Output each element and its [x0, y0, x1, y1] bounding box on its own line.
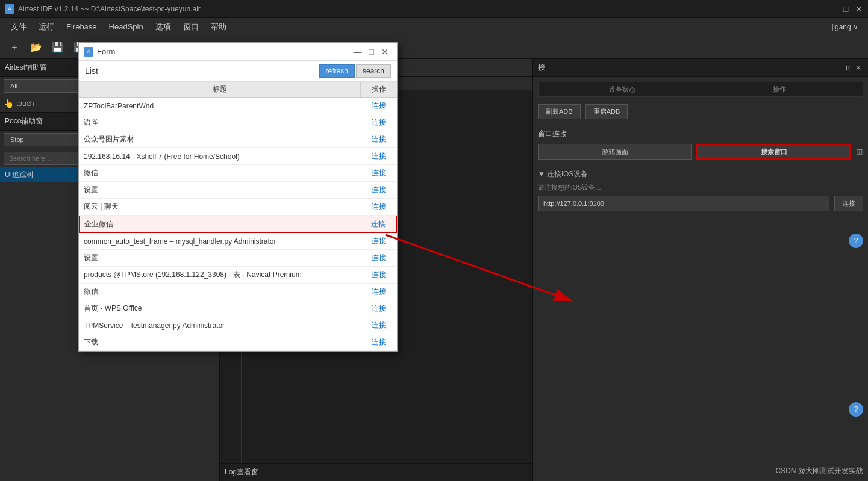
- menu-file[interactable]: 文件: [5, 19, 33, 35]
- modal-refresh-button[interactable]: refresh: [319, 64, 355, 78]
- modal-cell-title-5: 设置: [79, 182, 361, 198]
- modal-cell-action-14[interactable]: 连接: [361, 334, 397, 350]
- modal-cell-action-11[interactable]: 连接: [361, 284, 397, 300]
- help-button-ios[interactable]: ?: [849, 402, 863, 417]
- col-device-status: 设备状态: [543, 85, 701, 94]
- game-screen-button[interactable]: 游戏画面: [538, 144, 692, 160]
- watermark: CSDN @大刚测试开发实战: [775, 466, 863, 476]
- new-button[interactable]: +: [7, 40, 22, 55]
- menu-bar: 文件 运行 Firebase HeadSpin 选项 窗口 帮助 jigang …: [0, 18, 868, 36]
- modal-cell-action-8[interactable]: 连接: [361, 233, 397, 249]
- user-info[interactable]: jigang ∨: [832, 23, 863, 31]
- app-icon: A: [5, 4, 14, 14]
- close-button[interactable]: ✕: [855, 5, 863, 13]
- right-panel: 接 ⊡ ✕ 设备状态 操作 刷新ADB 重启ADB 窗口连接 游戏画面 搜索窗口: [533, 59, 868, 481]
- right-panel-expand[interactable]: ⊡: [844, 63, 854, 73]
- modal-header: List refresh search: [79, 61, 397, 82]
- device-section: 设备状态 操作: [538, 82, 863, 97]
- modal-row-12: 首页 - WPS Office 连接: [79, 300, 397, 317]
- menu-run[interactable]: 运行: [33, 19, 60, 35]
- modal-cell-title-12: 首页 - WPS Office: [79, 300, 361, 317]
- device-table-header: 设备状态 操作: [538, 82, 863, 97]
- modal-cell-action-12[interactable]: 连接: [361, 300, 397, 317]
- ios-title: ▼ 连接iOS设备: [538, 169, 588, 179]
- modal-close-button[interactable]: ✕: [378, 46, 392, 58]
- modal-cell-action-10[interactable]: 连接: [361, 267, 397, 283]
- modal-row-8: common_auto_test_frame – mysql_handler.p…: [79, 233, 397, 250]
- modal-cell-title-3: 192.168.16.14 - Xshell 7 (Free for Home/…: [79, 149, 361, 164]
- ios-description: 请连接您的iOS设备...: [538, 183, 863, 192]
- menu-headspin[interactable]: HeadSpin: [103, 20, 149, 34]
- right-top-bar: 接 ⊡ ✕: [533, 59, 868, 77]
- right-panel-title: 接: [538, 63, 545, 73]
- col-device-action: 操作: [701, 85, 858, 94]
- modal-row-13: TPMService – testmanager.py Administrato…: [79, 317, 397, 334]
- modal-cell-action-13[interactable]: 连接: [361, 317, 397, 334]
- modal-list-label: List: [85, 66, 319, 76]
- window-connect-label: 窗口连接: [538, 129, 863, 139]
- right-panel-close[interactable]: ✕: [854, 63, 863, 73]
- ios-connect-row: 连接: [538, 196, 863, 211]
- menu-firebase[interactable]: Firebase: [60, 20, 103, 34]
- modal-row-5: 设置 连接: [79, 182, 397, 199]
- modal-row-11: 微信 连接: [79, 284, 397, 300]
- modal-cell-action-6[interactable]: 连接: [361, 199, 397, 215]
- modal-cell-title-8: common_auto_test_frame – mysql_handler.p…: [79, 234, 361, 249]
- modal-cell-action-9[interactable]: 连接: [361, 250, 397, 266]
- menu-options[interactable]: 选项: [149, 19, 177, 35]
- touch-label: touch: [16, 99, 34, 108]
- modal-cell-action-1[interactable]: 连接: [361, 114, 397, 131]
- modal-cell-title-14: 下载: [79, 334, 361, 350]
- title-bar: A Airtest IDE v1.2.14 ~~ D:\AirtestSpace…: [0, 0, 868, 18]
- ios-section: ▼ 连接iOS设备 请连接您的iOS设备... 连接: [538, 169, 863, 211]
- modal-minimize-button[interactable]: —: [350, 46, 366, 58]
- modal-row-2: 公众号图片素材 连接: [79, 131, 397, 148]
- game-row: 游戏画面 搜索窗口 ⊞: [538, 144, 863, 160]
- modal-cell-action-5[interactable]: 连接: [361, 182, 397, 198]
- restart-adb-button[interactable]: 重启ADB: [585, 104, 628, 119]
- modal-maximize-button[interactable]: □: [366, 46, 378, 58]
- minimize-button[interactable]: —: [828, 5, 837, 13]
- modal-cell-action-2[interactable]: 连接: [361, 131, 397, 147]
- open-button[interactable]: 📂: [29, 40, 43, 55]
- form-modal[interactable]: A Form — □ ✕ List refresh search 标题 操作 Z…: [78, 42, 398, 352]
- ios-connect-button[interactable]: 连接: [834, 196, 863, 211]
- modal-cell-action-0[interactable]: 连接: [361, 98, 397, 114]
- save-button[interactable]: 💾: [51, 40, 65, 55]
- menu-window[interactable]: 窗口: [177, 19, 205, 35]
- ios-url-input[interactable]: [538, 196, 829, 211]
- modal-cell-action-7[interactable]: 连接: [360, 216, 396, 232]
- window-connect-section: 窗口连接 游戏画面 搜索窗口 ⊞: [538, 129, 863, 160]
- help-button-top[interactable]: ?: [849, 234, 863, 248]
- modal-title: Form: [97, 47, 350, 56]
- modal-cell-action-4[interactable]: 连接: [361, 165, 397, 181]
- modal-table: 标题 操作 ZPToolBarParentWnd 连接 语雀 连接 公众号图片素…: [79, 82, 397, 351]
- log-panel: Log查看窗: [220, 463, 532, 481]
- modal-cell-title-6: 阅云 | 聊天: [79, 199, 361, 215]
- modal-row-14: 下载 连接: [79, 334, 397, 351]
- search-window-button[interactable]: 搜索窗口: [696, 144, 851, 160]
- window-controls: — □ ✕: [828, 5, 863, 13]
- right-content: 设备状态 操作 刷新ADB 重启ADB 窗口连接 游戏画面 搜索窗口 ⊞ ▼ 连…: [533, 77, 868, 481]
- modal-cell-title-13: TPMService – testmanager.py Administrato…: [79, 318, 361, 333]
- grid-icon: ⊞: [856, 147, 863, 157]
- modal-table-header: 标题 操作: [79, 82, 397, 98]
- modal-col-title: 标题: [79, 82, 361, 97]
- modal-cell-title-0: ZPToolBarParentWnd: [79, 99, 361, 113]
- modal-cell-title-7: 企业微信: [80, 216, 360, 232]
- modal-cell-title-4: 微信: [79, 165, 361, 181]
- refresh-adb-button[interactable]: 刷新ADB: [538, 104, 581, 119]
- ios-header: ▼ 连接iOS设备: [538, 169, 863, 179]
- modal-cell-title-11: 微信: [79, 284, 361, 300]
- modal-row-10: products @TPMStore (192.168.1.122_3308) …: [79, 267, 397, 284]
- modal-cell-title-9: 设置: [79, 250, 361, 266]
- menu-help[interactable]: 帮助: [205, 19, 233, 35]
- modal-search-button[interactable]: search: [356, 64, 391, 78]
- modal-cell-action-3[interactable]: 连接: [361, 148, 397, 164]
- modal-cell-title-10: products @TPMStore (192.168.1.122_3308) …: [79, 267, 361, 283]
- modal-row-4: 微信 连接: [79, 165, 397, 182]
- modal-row-3: 192.168.16.14 - Xshell 7 (Free for Home/…: [79, 148, 397, 165]
- window-title: Airtest IDE v1.2.14 ~~ D:\AirtestSpace\t…: [18, 5, 828, 13]
- maximize-button[interactable]: □: [841, 5, 850, 13]
- modal-row-0: ZPToolBarParentWnd 连接: [79, 98, 397, 114]
